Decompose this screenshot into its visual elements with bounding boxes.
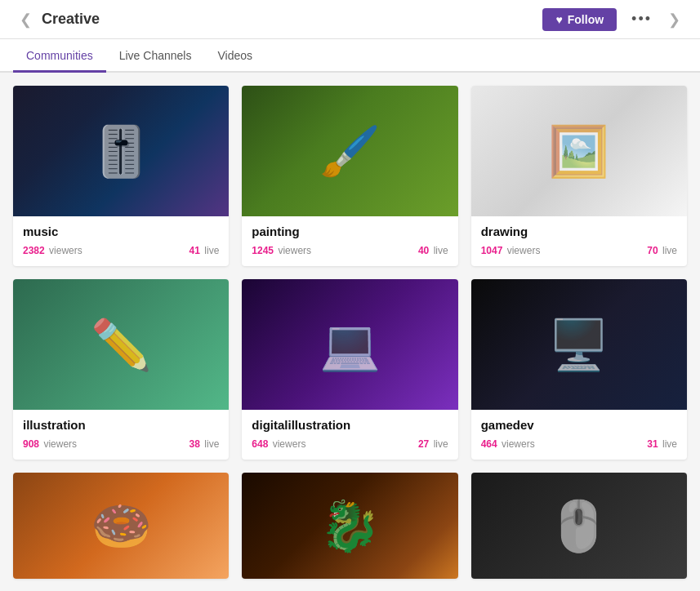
tab-communities[interactable]: Communities [13, 39, 106, 73]
card-body-illustration: illustration 908 viewers 38 live [13, 410, 229, 460]
follow-label: Follow [568, 13, 604, 26]
viewers-drawing: 1047 viewers [481, 245, 541, 256]
card-title-drawing: drawing [481, 224, 677, 238]
card-stats-music: 2382 viewers 41 live [23, 245, 219, 256]
live-music: 41 live [189, 245, 220, 256]
heart-icon: ♥ [555, 13, 562, 26]
viewers-digitalillustration: 648 viewers [252, 438, 305, 450]
card-body-gamedev: gamedev 464 viewers 31 live [471, 410, 687, 460]
card-music[interactable]: music 2382 viewers 41 live [13, 86, 229, 266]
card-stats-drawing: 1047 viewers 70 live [481, 245, 677, 256]
card-stats-painting: 1245 viewers 40 live [252, 245, 448, 256]
card-image-illustration [13, 279, 229, 410]
card-body-painting: painting 1245 viewers 40 live [242, 216, 457, 266]
back-arrow-icon[interactable]: ❮ [13, 7, 38, 32]
card-title-gamedev: gamedev [481, 418, 677, 432]
card-title-digitalillustration: digitalillustration [252, 418, 448, 432]
communities-grid: music 2382 viewers 41 live painting 1245… [0, 73, 700, 591]
page-title: Creative [42, 11, 542, 28]
viewers-gamedev: 464 viewers [481, 438, 535, 450]
card-stats-illustration: 908 viewers 38 live [23, 438, 219, 450]
viewers-painting: 1245 viewers [252, 245, 311, 256]
card-painting[interactable]: painting 1245 viewers 40 live [242, 86, 457, 266]
card-title-painting: painting [252, 224, 448, 238]
card-drawing[interactable]: drawing 1047 viewers 70 live [471, 86, 687, 266]
card-title-music: music [23, 224, 219, 238]
tabs-bar: Communities Live Channels Videos [0, 39, 700, 73]
card-body-digitalillustration: digitalillustration 648 viewers 27 live [242, 410, 457, 460]
tab-videos[interactable]: Videos [204, 39, 265, 73]
card-fantasy[interactable] [242, 473, 457, 579]
card-stats-gamedev: 464 viewers 31 live [481, 438, 677, 450]
card-food[interactable] [13, 473, 229, 579]
live-illustration: 38 live [189, 438, 220, 450]
follow-button[interactable]: ♥ Follow [542, 8, 617, 31]
card-image-drawing [471, 86, 687, 216]
card-image-food [13, 473, 229, 579]
card-image-fantasy [242, 473, 457, 579]
card-title-illustration: illustration [23, 418, 219, 432]
card-image-digitalillustration [242, 279, 457, 410]
card-stats-digitalillustration: 648 viewers 27 live [252, 438, 448, 450]
tab-live-channels[interactable]: Live Channels [106, 39, 205, 73]
card-cursor[interactable] [471, 473, 687, 579]
live-gamedev: 31 live [647, 438, 677, 450]
card-body-music: music 2382 viewers 41 live [13, 216, 229, 266]
viewers-music: 2382 viewers [23, 245, 82, 256]
viewers-illustration: 908 viewers [23, 438, 77, 450]
header: ❮ Creative ♥ Follow ••• ❯ [0, 0, 700, 39]
card-gamedev[interactable]: gamedev 464 viewers 31 live [471, 279, 687, 460]
live-painting: 40 live [418, 245, 448, 256]
forward-arrow-icon[interactable]: ❯ [662, 7, 687, 32]
card-digitalillustration[interactable]: digitalillustration 648 viewers 27 live [242, 279, 457, 460]
live-drawing: 70 live [647, 245, 677, 256]
card-image-cursor [471, 473, 687, 579]
more-options-button[interactable]: ••• [625, 7, 658, 31]
card-body-drawing: drawing 1047 viewers 70 live [471, 216, 687, 266]
card-image-music [13, 86, 229, 216]
card-image-gamedev [471, 279, 687, 410]
live-digitalillustration: 27 live [418, 438, 448, 450]
card-illustration[interactable]: illustration 908 viewers 38 live [13, 279, 229, 460]
card-image-painting [242, 86, 457, 216]
